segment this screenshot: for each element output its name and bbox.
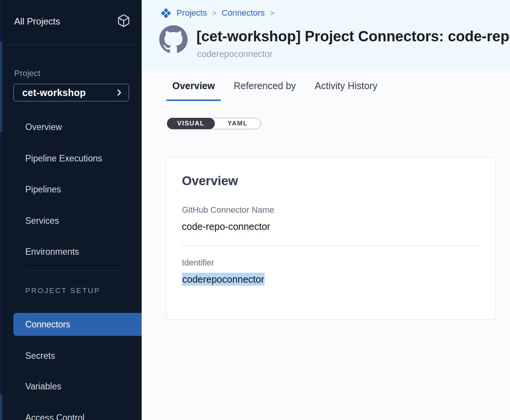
card-heading: Overview xyxy=(182,174,480,188)
github-connector-icon xyxy=(159,25,188,54)
sidebar-item-environments[interactable]: Environments xyxy=(0,240,142,263)
sidebar-item-connectors-active[interactable]: Connectors xyxy=(13,313,142,336)
sidebar-item-label: Variables xyxy=(25,381,61,392)
sidebar-item-label: Connectors xyxy=(25,319,70,330)
breadcrumb-separator: > xyxy=(270,8,274,18)
page-subtitle-identifier: coderepoconnector xyxy=(197,49,273,59)
field-value-connector-name: code-repo-connector xyxy=(182,221,480,232)
sidebar-item-label: Services xyxy=(25,216,59,226)
sidebar-nav: All Projects Project cet-workshop Overvi… xyxy=(0,0,142,420)
project-setup-section-label: PROJECT SETUP xyxy=(25,287,100,295)
sidebar-item-label: Overview xyxy=(25,122,62,132)
field-label-connector-name: GitHub Connector Name xyxy=(182,205,480,215)
sidebar-item-label: Access Control xyxy=(25,413,85,420)
toggle-label: YAML xyxy=(227,120,248,127)
detail-tabs: Overview Referenced by Activity History xyxy=(166,70,390,102)
tab-referenced-by[interactable]: Referenced by xyxy=(227,70,302,102)
sidebar-item-variables[interactable]: Variables xyxy=(0,375,142,398)
breadcrumb-projects-link[interactable]: Projects xyxy=(177,8,207,18)
sidebar-item-access-control[interactable]: Access Control xyxy=(0,406,142,420)
all-projects-selector[interactable]: All Projects xyxy=(14,15,129,28)
toggle-option-visual[interactable]: VISUAL xyxy=(167,118,215,129)
main-content: Projects > Connectors > [cet-workshop] P… xyxy=(142,0,510,420)
sidebar-divider xyxy=(7,45,135,45)
overview-card: Overview GitHub Connector Name code-repo… xyxy=(166,157,496,320)
sidebar-item-label: Secrets xyxy=(25,351,55,361)
sidebar-item-services[interactable]: Services xyxy=(0,209,142,232)
sidebar-divider xyxy=(25,270,123,271)
tab-label: Activity History xyxy=(315,80,378,91)
breadcrumb: Projects > Connectors > xyxy=(160,6,280,20)
breadcrumb-connectors-link[interactable]: Connectors xyxy=(222,8,265,18)
sidebar-item-pipelines[interactable]: Pipelines xyxy=(0,178,142,201)
visual-yaml-toggle: VISUAL YAML xyxy=(167,118,261,129)
page-title: [cet-workshop] Project Connectors: code-… xyxy=(196,28,510,45)
sidebar-item-pipeline-executions[interactable]: Pipeline Executions xyxy=(0,147,142,170)
sidebar-item-label: Pipeline Executions xyxy=(25,153,102,164)
chevron-right-icon xyxy=(115,88,123,98)
card-divider xyxy=(182,245,480,246)
project-section-label: Project xyxy=(14,68,40,78)
field-value-identifier: coderepoconnector xyxy=(182,274,480,285)
current-project-name: cet-workshop xyxy=(22,87,86,98)
breadcrumb-separator: > xyxy=(212,8,216,18)
sidebar-item-label: Environments xyxy=(25,247,79,257)
project-selector[interactable]: cet-workshop xyxy=(13,84,129,101)
page-header: Projects > Connectors > [cet-workshop] P… xyxy=(142,0,510,70)
tab-activity-history[interactable]: Activity History xyxy=(309,70,384,102)
project-cube-icon[interactable] xyxy=(117,14,131,30)
tab-overview[interactable]: Overview xyxy=(166,70,221,102)
field-label-identifier: Identifier xyxy=(182,258,480,268)
toggle-option-yaml[interactable]: YAML xyxy=(214,118,261,129)
toggle-label: VISUAL xyxy=(177,120,204,127)
sidebar-item-overview[interactable]: Overview xyxy=(0,116,142,138)
sidebar-item-label: Pipelines xyxy=(25,184,61,195)
tab-label: Overview xyxy=(172,80,215,91)
tab-label: Referenced by xyxy=(234,80,296,91)
sidebar-item-secrets[interactable]: Secrets xyxy=(0,344,142,367)
selected-text-highlight: coderepoconnector xyxy=(182,273,265,286)
all-projects-label: All Projects xyxy=(14,16,60,27)
projects-diamond-icon[interactable] xyxy=(160,7,172,19)
